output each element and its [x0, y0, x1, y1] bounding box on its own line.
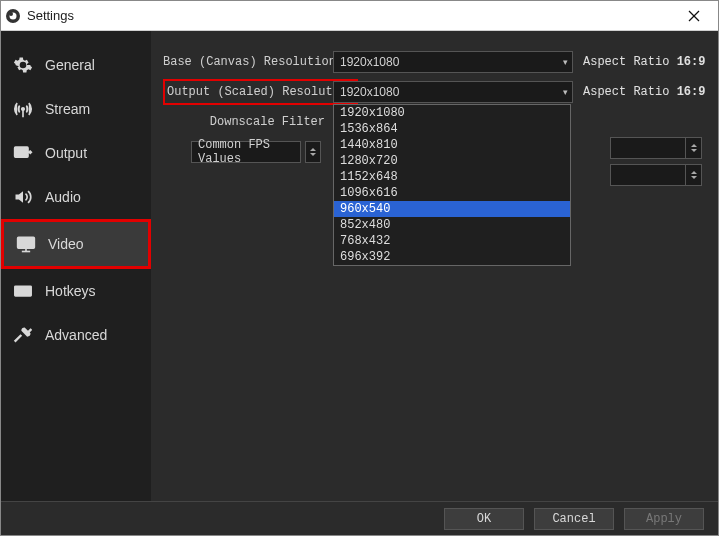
chevron-down-icon: ▾	[563, 87, 568, 97]
apply-button[interactable]: Apply	[624, 508, 704, 530]
dropdown-option[interactable]: 1096x616	[334, 185, 570, 201]
combo-value: 1920x1080	[340, 85, 399, 99]
sidebar-item-label: Advanced	[45, 327, 107, 343]
combo-output-resolution[interactable]: 1920x1080 ▾	[333, 81, 573, 103]
svg-point-2	[9, 12, 13, 16]
dropdown-output-resolution[interactable]: 1920x10801536x8641440x8101280x7201152x64…	[333, 104, 571, 266]
dropdown-option[interactable]: 1280x720	[334, 153, 570, 169]
speaker-icon	[13, 187, 33, 207]
sidebar-item-video[interactable]: Video	[1, 219, 151, 269]
dropdown-option[interactable]: 1536x864	[334, 121, 570, 137]
sidebar-item-audio[interactable]: Audio	[1, 175, 151, 219]
dropdown-option[interactable]: 960x540	[334, 201, 570, 217]
dropdown-option[interactable]: 696x392	[334, 249, 570, 265]
label-base-resolution: Base (Canvas) Resolution	[163, 55, 333, 69]
sidebar-item-stream[interactable]: Stream	[1, 87, 151, 131]
svg-rect-11	[15, 286, 32, 296]
sidebar-item-general[interactable]: General	[1, 43, 151, 87]
dropdown-option[interactable]: 1440x810	[334, 137, 570, 153]
chevron-up-icon	[310, 148, 316, 151]
fps-value-field[interactable]	[610, 164, 702, 186]
sidebar: General Stream Output Audio Video Hotkey…	[1, 31, 151, 501]
combo-value: Common FPS Values	[198, 138, 294, 166]
tools-icon	[13, 325, 33, 345]
content: General Stream Output Audio Video Hotkey…	[1, 31, 718, 501]
settings-window: Settings General Stream Output Audio	[0, 0, 719, 536]
app-icon	[5, 8, 21, 24]
sidebar-item-hotkeys[interactable]: Hotkeys	[1, 269, 151, 313]
svg-rect-8	[18, 237, 35, 248]
gear-icon	[13, 55, 33, 75]
dropdown-option[interactable]: 852x480	[334, 217, 570, 233]
combo-value: 1920x1080	[340, 55, 399, 69]
sidebar-item-label: Video	[48, 236, 84, 252]
fps-spinner[interactable]	[305, 141, 321, 163]
output-icon	[13, 143, 33, 163]
aspect-ratio-output: Aspect Ratio 16:9	[583, 85, 705, 99]
antenna-icon	[13, 99, 33, 119]
main-panel: Base (Canvas) Resolution 1920x1080 ▾ Asp…	[151, 31, 718, 501]
chevron-down-icon: ▾	[563, 57, 568, 67]
svg-rect-7	[15, 147, 28, 157]
combo-base-resolution[interactable]: 1920x1080 ▾	[333, 51, 573, 73]
label-output-resolution: Output (Scaled) Resolution	[163, 85, 333, 99]
combo-fps-type[interactable]: Common FPS Values	[191, 141, 301, 163]
monitor-icon	[16, 234, 36, 254]
label-downscale-filter: Downscale Filter	[163, 115, 333, 129]
sidebar-item-label: Output	[45, 145, 87, 161]
ok-button[interactable]: OK	[444, 508, 524, 530]
downscale-filter-field[interactable]	[610, 137, 702, 159]
aspect-ratio-base: Aspect Ratio 16:9	[583, 55, 705, 69]
keyboard-icon	[13, 281, 33, 301]
sidebar-item-label: Audio	[45, 189, 81, 205]
sidebar-item-advanced[interactable]: Advanced	[1, 313, 151, 357]
sidebar-item-label: Stream	[45, 101, 90, 117]
footer: OK Cancel Apply	[1, 501, 718, 535]
window-title: Settings	[27, 8, 74, 23]
dropdown-option[interactable]: 1920x1080	[334, 105, 570, 121]
sidebar-item-output[interactable]: Output	[1, 131, 151, 175]
row-base-resolution: Base (Canvas) Resolution 1920x1080 ▾ Asp…	[163, 49, 706, 75]
sidebar-item-label: Hotkeys	[45, 283, 96, 299]
dropdown-option[interactable]: 768x432	[334, 233, 570, 249]
dropdown-option[interactable]: 1152x648	[334, 169, 570, 185]
cancel-button[interactable]: Cancel	[534, 508, 614, 530]
row-output-resolution: Output (Scaled) Resolution 1920x1080 ▾ 1…	[163, 79, 706, 105]
chevron-down-icon	[310, 153, 316, 156]
titlebar: Settings	[1, 1, 718, 31]
sidebar-item-label: General	[45, 57, 95, 73]
close-button[interactable]	[674, 2, 714, 30]
